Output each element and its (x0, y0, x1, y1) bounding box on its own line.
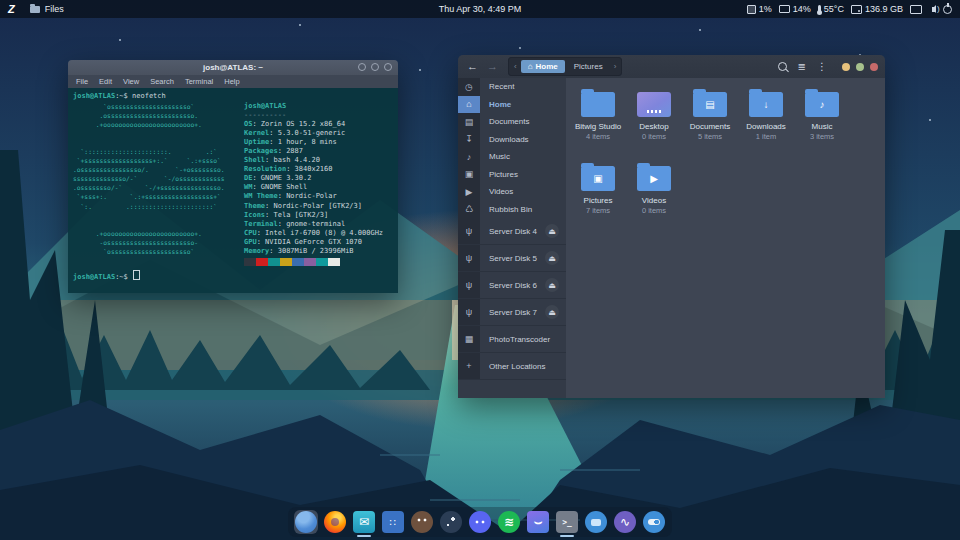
folder-emblem-icon: ▶ (650, 174, 658, 184)
sidebar-item-rubbish-bin[interactable]: ♺Rubbish Bin (458, 201, 566, 219)
power-indicator[interactable] (943, 5, 952, 14)
sidebar-item-phototranscoder[interactable]: ▦PhotoTranscoder (458, 326, 566, 353)
neofetch-info-line: OS: Zorin OS 15.2 x86_64 (244, 120, 383, 129)
clock[interactable]: Thu Apr 30, 4:49 PM (439, 4, 522, 14)
maximize-button[interactable] (856, 63, 864, 71)
close-button[interactable] (384, 63, 392, 71)
neofetch-info-line: Theme: Nordic-Polar [GTK2/3] (244, 202, 383, 211)
menu-help[interactable]: Help (224, 77, 239, 86)
menu-kebab-icon[interactable]: ⋮ (817, 62, 827, 72)
sidebar-item-videos[interactable]: ▶Videos (458, 183, 566, 201)
close-button[interactable] (870, 63, 878, 71)
folder-item-count: 3 items (810, 132, 834, 141)
sidebar-item-label: Server Disk 5 (480, 254, 545, 263)
sidebar-item-server-disk-6[interactable]: ψServer Disk 6⏏ (458, 272, 566, 299)
sidebar-item-documents[interactable]: ▤Documents (458, 113, 566, 131)
folder-pictures[interactable]: ▣Pictures7 items (570, 159, 626, 233)
dock-item-files[interactable] (294, 510, 318, 534)
indicator-card[interactable]: 14% (779, 4, 811, 14)
folder-name: Music (812, 122, 833, 131)
eject-button[interactable]: ⏏ (545, 224, 559, 238)
volume-indicator[interactable] (929, 7, 936, 12)
chevron-left-icon[interactable]: ‹ (512, 62, 519, 71)
terminal-body[interactable]: josh@ATLAS:~$ neofetch `osssssssssssssss… (68, 88, 398, 293)
display-indicator[interactable] (910, 4, 922, 14)
dock-item-spotify[interactable]: ≋ (497, 510, 521, 534)
folder-documents[interactable]: ▤Documents5 items (682, 85, 738, 159)
sidebar-item-music[interactable]: ♪Music (458, 148, 566, 166)
folder-bitwig-studio[interactable]: Bitwig Studio4 items (570, 85, 626, 159)
spotify-icon: ≋ (498, 511, 520, 533)
sidebar-item-server-disk-5[interactable]: ψServer Disk 5⏏ (458, 245, 566, 272)
dock-item-gimp[interactable] (410, 510, 434, 534)
sidebar-item-recent[interactable]: ◷Recent (458, 78, 566, 96)
menu-terminal[interactable]: Terminal (185, 77, 213, 86)
indicator-chip[interactable]: 1% (747, 4, 772, 14)
info-value: : GNOME Shell (252, 183, 307, 191)
files-headerbar[interactable]: ← → ‹⌂HomePictures› ≣ ⋮ (458, 55, 885, 78)
forward-button[interactable]: → (485, 61, 500, 72)
palette-swatch (328, 258, 340, 266)
maximize-button[interactable] (371, 63, 379, 71)
eject-button[interactable]: ⏏ (545, 251, 559, 265)
folder-name: Videos (642, 196, 666, 205)
eject-button[interactable]: ⏏ (545, 278, 559, 292)
sidebar-item-server-disk-4[interactable]: ψServer Disk 4⏏ (458, 218, 566, 245)
sidebar-item-label: PhotoTranscoder (480, 335, 566, 344)
dock-item-recorder[interactable] (584, 510, 608, 534)
music-note-icon: ♪ (458, 148, 480, 166)
bitwig-icon: ∷ (382, 511, 404, 533)
menu-view[interactable]: View (123, 77, 139, 86)
minimize-button[interactable] (842, 63, 850, 71)
terminal-titlebar[interactable]: josh@ATLAS: ~ (68, 60, 398, 75)
view-list-icon[interactable]: ≣ (798, 62, 806, 72)
sidebar-item-server-disk-7[interactable]: ψServer Disk 7⏏ (458, 299, 566, 326)
folder-music[interactable]: ♪Music3 items (794, 85, 850, 159)
dock-item-audacity[interactable]: ∿ (613, 510, 637, 534)
indicator-value: 136.9 GB (865, 4, 903, 14)
sidebar-item-downloads[interactable]: ↧Downloads (458, 131, 566, 149)
zorin-menu-icon[interactable]: Z (8, 3, 14, 15)
eject-button[interactable]: ⏏ (545, 305, 559, 319)
neofetch-info-line: WM: GNOME Shell (244, 183, 383, 192)
folder-name: Pictures (584, 196, 613, 205)
menu-edit[interactable]: Edit (99, 77, 112, 86)
back-button[interactable]: ← (465, 61, 480, 72)
usb-drive-icon: ψ (458, 272, 480, 298)
breadcrumb-home[interactable]: ⌂Home (521, 60, 565, 73)
system-monitor[interactable]: 1%14%55°C136.9 GB (747, 4, 903, 14)
cpu-chip-icon (747, 5, 756, 14)
dock-item-discord[interactable] (468, 510, 492, 534)
dock-item-settings[interactable] (642, 510, 666, 534)
info-value: : Intel i7-6700 (8) @ 4.000GHz (257, 229, 383, 237)
folder-downloads[interactable]: ↓Downloads1 item (738, 85, 794, 159)
sidebar-item-home[interactable]: ⌂Home (458, 96, 566, 114)
indicator-disk[interactable]: 136.9 GB (851, 4, 903, 14)
dock-item-software[interactable]: ⌣ (526, 510, 550, 534)
dock-item-firefox[interactable] (323, 510, 347, 534)
sidebar-item-pictures[interactable]: ▣Pictures (458, 166, 566, 184)
usb-drive-icon: ψ (458, 245, 480, 271)
folder-videos[interactable]: ▶Videos0 items (626, 159, 682, 233)
info-value: : 5.3.0-51-generic (269, 129, 345, 137)
app-menu[interactable]: Files (24, 0, 70, 18)
neofetch-info-line: GPU: NVIDIA GeForce GTX 1070 (244, 238, 383, 247)
dock-item-bitwig[interactable]: ∷ (381, 510, 405, 534)
folder-desktop[interactable]: Desktop0 items (626, 85, 682, 159)
info-label: Uptime (244, 138, 269, 146)
dock-item-steam[interactable] (439, 510, 463, 534)
minimize-button[interactable] (358, 63, 366, 71)
menu-file[interactable]: File (76, 77, 88, 86)
info-value: : Nordic-Polar (278, 192, 337, 200)
chevron-right-icon[interactable]: › (612, 62, 619, 71)
dock-item-terminal[interactable]: >_ (555, 510, 579, 534)
indicator-thermo[interactable]: 55°C (818, 4, 844, 14)
breadcrumb-pictures[interactable]: Pictures (567, 60, 610, 73)
search-icon[interactable] (778, 62, 787, 71)
neofetch-info-line: DE: GNOME 3.30.2 (244, 174, 383, 183)
menu-search[interactable]: Search (150, 77, 174, 86)
sidebar-item-other-locations[interactable]: +Other Locations (458, 353, 566, 380)
file-browser-area[interactable]: Bitwig Studio4 itemsDesktop0 items▤Docum… (566, 78, 885, 398)
dock-item-mail[interactable]: ✉ (352, 510, 376, 534)
sidebar-item-label: Downloads (480, 135, 566, 144)
